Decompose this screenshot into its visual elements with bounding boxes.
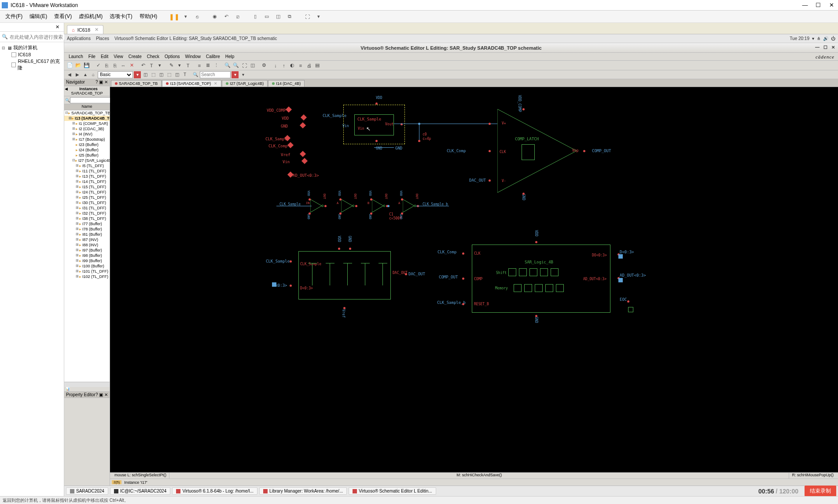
dropdown2-icon[interactable]: ▾ — [176, 62, 184, 69]
nav-tree-item[interactable]: ⊞▸I2 (CDAC_3B) — [64, 126, 110, 131]
gnome-places[interactable]: Places — [96, 36, 109, 41]
search-opt-icon[interactable]: ▾ — [239, 71, 246, 78]
gnome-applications[interactable]: Applications — [67, 36, 91, 41]
tree-root[interactable]: ⊟ 🖥 我的计算机 — [2, 44, 62, 51]
zoom-fit-icon[interactable]: ⛶ — [240, 62, 248, 69]
nav-tree-item[interactable]: ⊞▸I88 (INV) — [64, 242, 110, 248]
zoom-sel-icon[interactable]: ◫ — [249, 62, 257, 69]
minimize-button[interactable]: — — [800, 2, 810, 8]
pause-icon[interactable]: ❚❚ — [169, 12, 179, 22]
gnome-time[interactable]: Tue 20:19 — [790, 36, 809, 41]
nav-help-icon[interactable]: ? — [96, 80, 98, 84]
stretch-icon[interactable]: ↔ — [119, 62, 127, 69]
nav-tree-item[interactable]: ⊞▸I24 (TL_DFF) — [64, 190, 110, 195]
menu-tabs[interactable]: 选项卡(T) — [106, 11, 136, 22]
layout4-icon[interactable]: ⧉ — [285, 12, 294, 22]
nav-tree-item[interactable]: ▸I23 (Buffer) — [64, 142, 110, 147]
nav-tree-item[interactable]: ⊞▸I17 (Bootstrap) — [64, 137, 110, 142]
menu-vm[interactable]: 虚拟机(M) — [75, 11, 106, 22]
nav-tree-item[interactable]: ▸I25 (Buffer) — [64, 153, 110, 158]
nav-tree-item[interactable]: ⊞▸I99 (Buffer) — [64, 258, 110, 263]
nav-tree-item[interactable]: ⊟▸I27 (SAR_Logic4B) — [64, 158, 110, 163]
undo-icon[interactable]: ↶ — [139, 62, 147, 69]
text2-icon[interactable]: T — [184, 62, 192, 69]
virt-close-button[interactable]: ✕ — [830, 45, 836, 51]
dropdown-icon[interactable]: ▾ — [156, 62, 164, 69]
align3-icon[interactable]: ⋮ — [212, 62, 220, 69]
nav-tree-item[interactable]: ▸I24 (Buffer) — [64, 147, 110, 153]
nav-undock-icon[interactable]: ▣ — [99, 80, 103, 84]
combo-btn1[interactable]: ▾ — [134, 71, 141, 78]
nav-close-icon[interactable]: ✕ — [104, 80, 108, 84]
sar-ad-pin[interactable] — [618, 278, 623, 282]
nav-fwd-icon[interactable]: ▶ — [74, 71, 81, 78]
zoom-out-icon[interactable]: 🔍 — [232, 62, 240, 69]
nav-tree-item[interactable]: ⊞▸I31 (TL_DFF) — [64, 205, 110, 211]
text-icon[interactable]: T — [147, 62, 155, 69]
nav-back-icon[interactable]: ◀ — [66, 71, 73, 78]
nav-tree-item[interactable]: ⊞▸I25 (TL_DFF) — [64, 195, 110, 200]
vmenu-help[interactable]: Help — [223, 54, 237, 59]
menu-edit[interactable]: 编辑(E) — [26, 11, 51, 22]
unity-icon[interactable]: ▾ — [314, 12, 323, 22]
maximize-button[interactable]: ☐ — [813, 2, 823, 8]
comparator-symbol[interactable] — [497, 109, 577, 193]
nav-home-icon[interactable]: ⌂ — [90, 71, 97, 78]
open-icon[interactable]: 📂 — [74, 62, 82, 69]
tree-item-rhel6[interactable]: RHEL6_IC617 的克隆 — [2, 58, 62, 72]
nav-tree-item[interactable]: ⊞▸I98 (Buffer) — [64, 253, 110, 258]
misc1-icon[interactable]: ◐ — [288, 62, 296, 69]
task-saradc[interactable]: SARADC2024 — [66, 487, 108, 495]
prop-icon[interactable]: ✎ — [167, 62, 175, 69]
align-icon[interactable]: ≡ — [195, 62, 203, 69]
menu-file[interactable]: 文件(F) — [2, 11, 26, 22]
combo-btn2[interactable]: ◫ — [142, 71, 149, 78]
vmenu-window[interactable]: Window — [183, 54, 204, 59]
prop-help-icon[interactable]: ? — [96, 392, 98, 397]
menu-view[interactable]: 查看(V) — [51, 11, 75, 22]
tab-close-icon[interactable]: ✕ — [95, 27, 99, 33]
vmenu-check[interactable]: Check — [144, 54, 162, 59]
nav-tree-item[interactable]: ⊞▸I97 (Buffer) — [64, 248, 110, 253]
sar-d-pin[interactable] — [618, 254, 623, 259]
vmenu-edit[interactable]: Edit — [98, 54, 111, 59]
nav-hscroll[interactable] — [64, 382, 110, 387]
layout2-icon[interactable]: ▭ — [262, 12, 272, 22]
nav-name-header[interactable]: Name — [64, 104, 110, 110]
manage-icon[interactable]: ⎚ — [233, 12, 243, 22]
tree-item-ic618[interactable]: IC618 — [2, 51, 62, 58]
stop-recording-button[interactable]: 结束录制 — [805, 486, 836, 497]
check-icon[interactable]: ✓ — [94, 62, 102, 69]
nav-tree-item[interactable]: ⊞▸I30 (TL_DFF) — [64, 200, 110, 205]
checkbox[interactable] — [11, 62, 16, 67]
search2-icon[interactable]: 🔍 — [192, 71, 199, 78]
cdac-d-pin[interactable] — [272, 282, 276, 287]
vmenu-create[interactable]: Create — [126, 54, 144, 59]
canvas-tab[interactable]: I14 (DAC_4B) — [268, 80, 305, 87]
vmenu-launch[interactable]: Launch — [66, 54, 86, 59]
search-go-icon[interactable]: ▾ — [232, 71, 239, 78]
menu-help[interactable]: 帮助(H) — [136, 11, 161, 22]
vm-tab-ic618[interactable]: ⌂ IC618 ✕ — [67, 25, 103, 34]
copy-icon[interactable]: ⎘ — [103, 62, 110, 69]
sidebar-search-input[interactable] — [10, 34, 70, 40]
fullscreen-icon[interactable]: ⛶ — [302, 12, 312, 22]
nav-tree-item[interactable]: ⊞▸I87 (INV) — [64, 237, 110, 242]
task-libmgr[interactable]: Library Manager: WorkArea: /home/... — [259, 487, 347, 495]
nav-tree[interactable]: ⊟▸SARADC4B_TOP_TB⊟▸I13 (SARADC4B_TOP)⊞▸I… — [64, 110, 110, 382]
zoom-in-icon[interactable]: 🔍 — [224, 62, 232, 69]
vmenu-calibre[interactable]: Calibre — [203, 54, 223, 59]
virt-min-button[interactable]: — — [814, 45, 820, 51]
misc2-icon[interactable]: ≡ — [297, 62, 305, 69]
virt-max-button[interactable]: ☐ — [822, 45, 828, 51]
send-keys-icon[interactable]: ⎋ — [192, 12, 202, 22]
task-schematic[interactable]: Virtuoso® Schematic Editor L Editin... — [349, 487, 436, 495]
canvas-tab[interactable]: SARADC4B_TOP_TB — [111, 80, 162, 87]
nav-tree-item[interactable]: ⊞▸I38 (TL_DFF) — [64, 216, 110, 221]
checkbox[interactable] — [11, 52, 16, 57]
prop-close-icon[interactable]: ✕ — [104, 392, 108, 397]
schematic-canvas[interactable]: VDD_COMPVDDGNDCLK_SampleCLK_CompVrefVin … — [110, 87, 838, 472]
layer-combo[interactable]: Basic — [98, 71, 133, 78]
nav-tree-item[interactable]: ⊞▸I81 (Buffer) — [64, 232, 110, 237]
collapse-icon[interactable]: ⊟ — [2, 46, 6, 50]
